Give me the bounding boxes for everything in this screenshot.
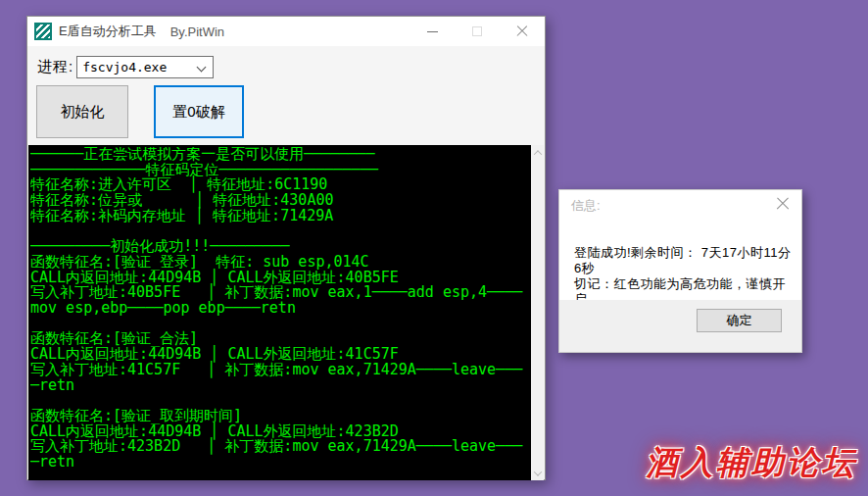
- dialog-message-line1: 登陆成功!剩余时间： 7天17小时11分6秒: [574, 245, 792, 276]
- console-line: 写入补丁地址:423B2D │ 补丁数据:mov eax,71429A────l…: [30, 439, 530, 470]
- process-label: 进程:: [37, 58, 73, 76]
- forum-watermark: 酒入辅助论坛: [635, 441, 868, 485]
- init-button[interactable]: 初始化: [36, 85, 128, 138]
- ok-button[interactable]: 确定: [697, 309, 782, 332]
- scroll-down-button[interactable]: [531, 466, 544, 480]
- chevron-down-icon: [197, 62, 207, 72]
- ok-button-label: 确定: [727, 312, 752, 329]
- info-dialog: 信息: 登陆成功!剩余时间： 7天17小时11分6秒 切记：红色功能为高危功能，…: [558, 189, 802, 353]
- titlebar[interactable]: E盾自动分析工具 By.PitWin: [27, 17, 545, 46]
- minimize-button[interactable]: [410, 17, 455, 46]
- console-line: 写入补丁地址:40B5FE │ 补丁数据:mov eax,1────add es…: [30, 285, 530, 316]
- zero-crack-button[interactable]: 置0破解: [154, 85, 244, 138]
- log-console: ──────正在尝试模拟方案一是否可以使用──────── ──────────…: [28, 145, 544, 480]
- init-button-label: 初始化: [61, 103, 105, 122]
- maximize-button[interactable]: [455, 17, 500, 46]
- close-button[interactable]: [500, 17, 545, 46]
- app-logo-icon: [34, 23, 52, 40]
- process-dropdown[interactable]: fscvjo4.exe: [76, 56, 214, 78]
- chevron-up-icon: [533, 150, 541, 158]
- log-console-text: ──────正在尝试模拟方案一是否可以使用──────── ──────────…: [30, 147, 530, 480]
- console-line: 写入补丁地址:41C57F │ 补丁数据:mov eax,71429A────l…: [30, 363, 530, 393]
- chevron-down-icon: [533, 468, 541, 475]
- close-icon: [516, 25, 528, 37]
- window-title: E盾自动分析工具: [59, 23, 157, 40]
- console-line: 特征名称:补码内存地址 │ 特征地址:71429A: [30, 209, 530, 224]
- dialog-title: 信息:: [571, 197, 601, 215]
- scroll-up-button[interactable]: [531, 145, 544, 160]
- maximize-icon: [472, 26, 482, 36]
- minimize-icon: [427, 31, 438, 32]
- main-window: E盾自动分析工具 By.PitWin 进程: fscvjo4.exe 初始化 置…: [26, 16, 546, 480]
- desktop-background: E盾自动分析工具 By.PitWin 进程: fscvjo4.exe 初始化 置…: [0, 0, 868, 496]
- console-scrollbar[interactable]: [531, 145, 544, 480]
- zero-crack-button-label: 置0破解: [172, 103, 224, 122]
- process-dropdown-value: fscvjo4.exe: [82, 60, 167, 74]
- dialog-close-button[interactable]: [776, 197, 790, 211]
- window-subtitle: By.PitWin: [170, 25, 224, 39]
- dialog-footer: 确定: [559, 300, 801, 352]
